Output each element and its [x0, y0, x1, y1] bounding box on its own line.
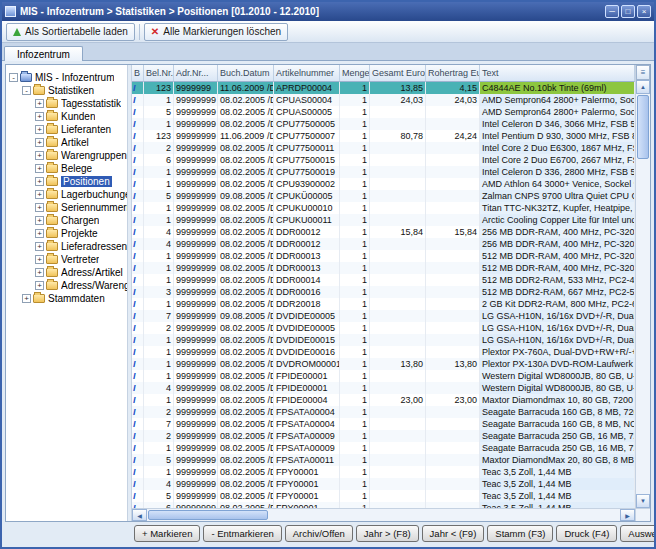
column-header-b[interactable]: B	[132, 65, 144, 82]
table-row[interactable]: I19999999908.02.2005 /DiDDR2001812 GB Ki…	[132, 298, 635, 310]
tree-item-lieferanten[interactable]: +Lieferanten	[6, 123, 127, 136]
table-row[interactable]: I19999999908.02.2005 /DiCPUKU000101Titan…	[132, 202, 635, 214]
jahr-f9-button[interactable]: Jahr < (F9)	[422, 525, 485, 542]
tree-item-projekte[interactable]: +Projekte	[6, 227, 127, 240]
table-row[interactable]: I19999999908.02.2005 /DiDVDIDE000161Plex…	[132, 346, 635, 358]
tree-item-statistiken[interactable]: -Statistiken	[6, 84, 127, 97]
expand-icon[interactable]: +	[35, 151, 44, 160]
column-header-buch-datum[interactable]: Buch.Datum	[218, 65, 274, 82]
tree-item-vertreter[interactable]: +Vertreter	[6, 253, 127, 266]
scroll-up-icon[interactable]: ▲	[636, 80, 650, 94]
archiv-offen-button[interactable]: Archiv/Offen	[285, 525, 353, 542]
expand-icon[interactable]: +	[35, 281, 44, 290]
expand-icon[interactable]: +	[35, 268, 44, 277]
table-row[interactable]: I49999999908.02.2005 /DiDDR00012115,8415…	[132, 226, 635, 238]
table-row[interactable]: I49999999908.02.2005 /DiFPIDE000011Weste…	[132, 382, 635, 394]
collapse-icon[interactable]: -	[22, 86, 31, 95]
expand-icon[interactable]: +	[35, 216, 44, 225]
column-header-adr-nr[interactable]: Adr.Nr...	[174, 65, 218, 82]
tree-item-chargen[interactable]: +Chargen	[6, 214, 127, 227]
table-row[interactable]: I19999999908.02.2005 /DiDVDROM00001113,8…	[132, 358, 635, 370]
vertical-scroll-track[interactable]	[636, 160, 650, 494]
table-row[interactable]: I59999999909.08.2005 /DiCPUKÜ000051Zalma…	[132, 190, 635, 202]
tree-item-positionen[interactable]: +Positionen	[6, 175, 127, 188]
tree-item-belege[interactable]: +Belege	[6, 162, 127, 175]
scroll-down-icon[interactable]: ▼	[636, 494, 650, 508]
column-header-rohertrag-euro[interactable]: Rohertrag Euro	[426, 65, 480, 82]
column-header-artikelnummer[interactable]: Artikelnummer	[274, 65, 340, 82]
table-row[interactable]: I19999999908.02.2005 /DiCPUAS00004124,03…	[132, 94, 635, 106]
horizontal-scroll-thumb[interactable]	[148, 510, 268, 520]
tree-item-adress-artikel[interactable]: +Adress/Artikel	[6, 266, 127, 279]
auswertung-button[interactable]: Auswertung	[620, 525, 656, 542]
expand-icon[interactable]: +	[35, 229, 44, 238]
tree-item-lagerbuchungen[interactable]: +Lagerbuchungen	[6, 188, 127, 201]
tree-item-adress-warengruppen[interactable]: +Adress/Warengruppen	[6, 279, 127, 292]
table-row[interactable]: I29999999908.02.2005 /DiFPSATA000041Seag…	[132, 406, 635, 418]
column-header-bel-nr[interactable]: Bel.Nr...	[144, 65, 174, 82]
minimize-button[interactable]: ─	[605, 5, 619, 18]
table-row[interactable]: I59999999908.02.2005 /DiFPSATA000111Maxt…	[132, 454, 635, 466]
tree-item-artikel[interactable]: +Artikel	[6, 136, 127, 149]
tree-item-warengruppen[interactable]: +Warengruppen	[6, 149, 127, 162]
scroll-left-icon[interactable]: ◀	[132, 509, 147, 521]
table-row[interactable]: I19999999908.02.2005 /DiFPY000011Teac 3,…	[132, 466, 635, 478]
tree-item-mis-infozentrum[interactable]: -MIS - Infozentrum	[6, 71, 127, 84]
table-row[interactable]: I59999999908.02.2005 /DiCPUAS000051AMD S…	[132, 106, 635, 118]
tree-item-lieferadressen[interactable]: +Lieferadressen	[6, 240, 127, 253]
expand-icon[interactable]: +	[35, 138, 44, 147]
table-row[interactable]: I19999999908.02.2005 /DiCPUKU000111Arcti…	[132, 214, 635, 226]
horizontal-scroll-track[interactable]	[269, 509, 620, 521]
table-row[interactable]: I19999999908.02.2005 /DiDDR000131512 MB …	[132, 262, 635, 274]
table-row[interactable]: I19999999908.02.2005 /DiDVDIDE000151LG G…	[132, 334, 635, 346]
expand-icon[interactable]: +	[35, 164, 44, 173]
table-row[interactable]: I1239999999911.06.2009 /DoCPU77500007180…	[132, 130, 635, 142]
close-button[interactable]: ×	[637, 5, 651, 18]
load-sort-table-button[interactable]: Als Sortiertabelle laden	[6, 23, 135, 41]
column-options-button[interactable]: ≡	[636, 65, 650, 80]
table-row[interactable]: I79999999909.08.2005 /DiDVDIDE000051LG G…	[132, 310, 635, 322]
tree-item-kunden[interactable]: +Kunden	[6, 110, 127, 123]
entmarkieren-button[interactable]: - Entmarkieren	[203, 525, 281, 542]
table-row[interactable]: I19999999908.02.2005 /DiFPIDE00004123,00…	[132, 394, 635, 406]
collapse-icon[interactable]: -	[9, 73, 18, 82]
table-row[interactable]: I29999999908.02.2005 /DiFPSATA000091Seag…	[132, 430, 635, 442]
table-row[interactable]: I19999999908.02.2005 /DiFPSATA000091Seag…	[132, 442, 635, 454]
table-row[interactable]: I19999999908.02.2005 /DiCPU775000051Inte…	[132, 118, 635, 130]
tree-item-seriennummern[interactable]: +Seriennummern	[6, 201, 127, 214]
expand-icon[interactable]: +	[35, 203, 44, 212]
tab-infozentrum[interactable]: Infozentrum	[4, 46, 83, 61]
vertical-scrollbar[interactable]: ≡ ▲ ▼	[635, 65, 650, 508]
scroll-right-icon[interactable]: ▶	[620, 509, 635, 521]
table-row[interactable]: I39999999908.02.2005 /DiDDR000161512 MB …	[132, 286, 635, 298]
table-row[interactable]: I123999999911.06.2009 /DoAPRDP00004113,8…	[132, 82, 635, 94]
expand-icon[interactable]: +	[35, 177, 44, 186]
druck-f4-button[interactable]: Druck (F4)	[556, 525, 617, 542]
table-row[interactable]: I19999999908.02.2005 /DiCPU939000021AMD …	[132, 178, 635, 190]
maximize-button[interactable]: □	[621, 5, 635, 18]
vertical-scroll-thumb[interactable]	[637, 95, 649, 159]
stamm-f3-button[interactable]: Stamm (F3)	[487, 525, 553, 542]
expand-icon[interactable]: +	[35, 125, 44, 134]
expand-icon[interactable]: +	[22, 294, 31, 303]
tree-item-stammdaten[interactable]: +Stammdaten	[6, 292, 127, 305]
column-header-gesamt-euro[interactable]: Gesamt Euro	[370, 65, 426, 82]
table-row[interactable]: I59999999908.02.2005 /DiFPY000011Teac 3,…	[132, 490, 635, 502]
table-row[interactable]: I29999999908.02.2005 /DiDVDIDE000051LG G…	[132, 322, 635, 334]
table-row[interactable]: I19999999908.02.2005 /DiFPIDE000011Weste…	[132, 370, 635, 382]
expand-icon[interactable]: +	[35, 255, 44, 264]
clear-marks-button[interactable]: ✕ Alle Markierungen löschen	[144, 23, 288, 41]
expand-icon[interactable]: +	[35, 242, 44, 251]
table-row[interactable]: I69999999908.02.2005 /DiCPU775000151Inte…	[132, 154, 635, 166]
column-header-text[interactable]: Text	[480, 65, 635, 82]
tree-item-tagesstatistik[interactable]: +Tagesstatistik	[6, 97, 127, 110]
table-row[interactable]: I49999999908.02.2005 /DiFPY000011Teac 3,…	[132, 478, 635, 490]
table-row[interactable]: I19999999908.02.2005 /DiDDR000131512 MB …	[132, 250, 635, 262]
expand-icon[interactable]: +	[35, 112, 44, 121]
table-row[interactable]: I29999999908.02.2005 /DiCPU775000111Inte…	[132, 142, 635, 154]
table-row[interactable]: I19999999908.02.2005 /DiCPU775000191Inte…	[132, 166, 635, 178]
table-row[interactable]: I49999999908.02.2005 /DiDDR000121256 MB …	[132, 238, 635, 250]
column-header-menge[interactable]: Menge	[340, 65, 370, 82]
horizontal-scrollbar[interactable]: ◀ ▶	[132, 508, 650, 521]
table-row[interactable]: I79999999908.02.2005 /DiFPSATA000041Seag…	[132, 418, 635, 430]
